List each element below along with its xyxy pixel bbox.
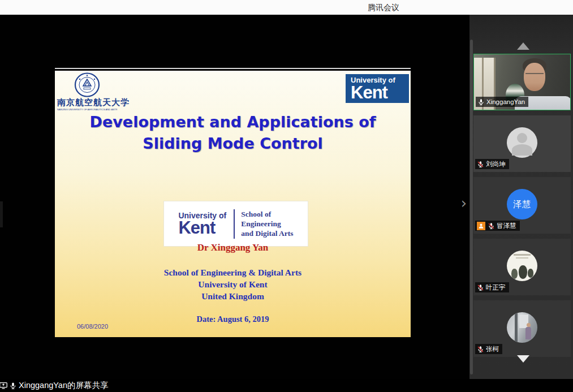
mic-muted-icon [477, 161, 484, 168]
sidebar-collapse-chevron-icon[interactable]: › [458, 195, 469, 212]
presenter-name: Dr Xinggang Yan [55, 242, 411, 253]
presentation-slide: 南京航空航天大学 NANJING UNIVERSITY OF AERONAUTI… [55, 71, 411, 337]
statusbar: XinggangYan的屏幕共享 [0, 379, 573, 392]
participant-name-tag: XinggangYan [476, 97, 528, 107]
participant-name-tag: 冒泽慧 [475, 221, 520, 231]
screen-share-label: XinggangYan的屏幕共享 [19, 380, 109, 391]
participant-tile-liushangkun[interactable]: 刘尚坤 [473, 115, 571, 172]
participant-tile-xinggangyan[interactable]: XinggangYan [473, 54, 571, 110]
logo-divider [234, 209, 235, 239]
kent-logo-line2: Kent [351, 84, 409, 101]
participant-name: 叶正宇 [486, 283, 506, 292]
participant-name-tag: 刘尚坤 [475, 159, 509, 169]
slide-title-line2: Sliding Mode Control [55, 133, 411, 154]
statusbar-mic-icon [9, 382, 17, 390]
mic-muted-icon [477, 284, 484, 291]
avatar-initials: 泽慧 [513, 199, 531, 210]
kent-school-logo-school: School of Engineering and Digital Arts [241, 209, 293, 238]
affiliation-line1: School of Engineering & Digital Arts [55, 266, 411, 278]
participant-tile-maozehui[interactable]: 泽慧 冒泽慧 [473, 177, 571, 234]
participant-name-tag: 叶正宇 [475, 282, 509, 292]
silhouette-avatar [507, 127, 537, 158]
nuaa-emblem-icon [74, 72, 100, 97]
affiliation-line3: United Kingdom [55, 290, 411, 302]
participant-tile-zhangke[interactable]: 张柯 [473, 300, 571, 357]
participant-name: XinggangYan [486, 98, 525, 105]
meeting-window: 腾讯会议 南京航空航天大学 NANJING UNIVERSITY OF AERO… [0, 0, 573, 392]
window-titlebar: 腾讯会议 [0, 0, 573, 15]
kent-school-logo-university: University of Kent [178, 212, 226, 236]
sidebar-scrollbar[interactable] [470, 40, 473, 374]
scroll-down-icon[interactable] [517, 355, 529, 363]
nuaa-name-chinese: 南京航空航天大学 [57, 97, 125, 108]
participant-name: 刘尚坤 [486, 160, 506, 169]
participant-tile-yezhengyu[interactable]: 叶正宇 [473, 239, 571, 295]
screen-share-icon [0, 381, 8, 390]
affiliation-block: School of Engineering & Digital Arts Uni… [55, 266, 411, 302]
slide-footer-date: 06/08/2020 [77, 323, 108, 330]
photo-avatar-ink-painting [507, 251, 537, 281]
left-edge-handle[interactable] [0, 201, 3, 227]
affiliation-line2: University of Kent [55, 278, 411, 290]
nuaa-name-english: NANJING UNIVERSITY OF AERONAUTICS AND AS… [57, 108, 117, 111]
mic-muted-icon [488, 222, 495, 230]
nuaa-logo: 南京航空航天大学 NANJING UNIVERSITY OF AERONAUTI… [57, 72, 125, 111]
participant-name: 冒泽慧 [497, 222, 516, 230]
app-title: 腾讯会议 [368, 3, 399, 13]
screen-share-stage: 南京航空航天大学 NANJING UNIVERSITY OF AERONAUTI… [0, 15, 469, 379]
kent-logo: University of Kent [346, 74, 409, 103]
slide-title-line1: Development and Applications of [55, 111, 411, 133]
participant-name: 张柯 [486, 345, 499, 354]
mic-muted-icon [477, 346, 484, 353]
host-badge-icon [477, 222, 485, 230]
initials-avatar: 泽慧 [507, 189, 537, 219]
mic-on-icon [477, 98, 485, 106]
kent-school-logo: University of Kent School of Engineering… [163, 201, 308, 247]
scroll-up-icon[interactable] [517, 42, 529, 50]
video-person-glasses [525, 73, 544, 77]
photo-avatar-street [507, 312, 537, 343]
participant-name-tag: 张柯 [475, 344, 502, 354]
slide-title: Development and Applications of Sliding … [55, 111, 411, 154]
slide-top-edge [55, 68, 411, 69]
presentation-date: Date: August 6, 2019 [55, 315, 411, 324]
participants-sidebar: XinggangYan 刘尚坤 泽慧 [469, 15, 573, 379]
video-person-face [524, 63, 545, 91]
